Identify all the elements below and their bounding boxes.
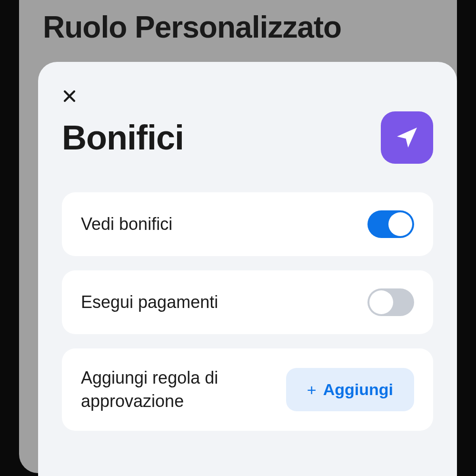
send-icon — [394, 124, 420, 151]
background-title: Ruolo Personalizzato — [43, 10, 433, 45]
toggle-view-transfers[interactable] — [367, 210, 414, 238]
modal-header: Bonifici — [62, 111, 433, 164]
modal-title: Bonifici — [62, 118, 184, 157]
toggle-execute-payments[interactable] — [367, 288, 414, 316]
close-button[interactable] — [59, 86, 80, 107]
toggle-knob — [369, 290, 393, 314]
add-rule-button[interactable]: + Aggiungi — [286, 368, 414, 411]
close-icon — [61, 88, 78, 104]
option-row-execute-payments: Esegui pagamenti — [62, 270, 433, 334]
approval-rule-row: Aggiungi regola di approvazione + Aggiun… — [62, 348, 433, 431]
approval-rule-label: Aggiungi regola di approvazione — [81, 367, 281, 413]
plus-icon: + — [307, 382, 317, 398]
option-label: Esegui pagamenti — [81, 292, 218, 312]
add-rule-button-label: Aggiungi — [323, 380, 393, 399]
modal-sheet: Bonifici Vedi bonifici Esegui pagamenti … — [38, 62, 457, 476]
toggle-knob — [388, 212, 412, 236]
option-label: Vedi bonifici — [81, 214, 172, 234]
send-icon-badge — [381, 111, 433, 164]
option-row-view-transfers: Vedi bonifici — [62, 192, 433, 256]
